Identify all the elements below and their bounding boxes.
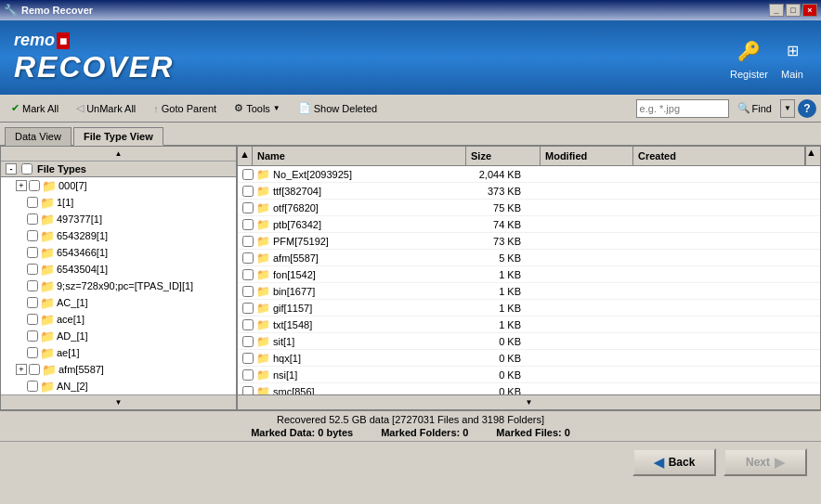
file-scroll-area[interactable]: 📁 No_Ext[2093925] 2,044 KB 📁 ttf[382704]… (238, 166, 820, 394)
tree-expand-root[interactable]: - (6, 163, 17, 174)
tree-item-label: 497377[1] (57, 213, 102, 225)
tab-data-view[interactable]: Data View (5, 127, 72, 146)
folder-icon: 📁 (256, 368, 270, 381)
expand-icon[interactable]: + (16, 364, 27, 375)
scroll-up-col[interactable]: ▲ (238, 147, 253, 165)
tree-item-checkbox[interactable] (27, 330, 38, 342)
file-row-checkbox[interactable] (242, 169, 254, 180)
table-row[interactable]: 📁 afm[5587] 5 KB (238, 250, 820, 266)
tree-item-checkbox[interactable] (27, 297, 38, 308)
file-modified-cell (526, 391, 619, 393)
table-row[interactable]: 📁 ttf[382704] 373 KB (238, 183, 820, 200)
list-item[interactable]: 📁 1[1] (1, 194, 236, 211)
file-row-checkbox[interactable] (242, 202, 254, 213)
table-row[interactable]: 📁 gif[1157] 1 KB (238, 300, 820, 317)
table-row[interactable]: 📁 txt[1548] 1 KB (238, 317, 820, 333)
list-item[interactable]: 📁 ace[1] (1, 311, 236, 328)
file-row-checkbox[interactable] (242, 186, 254, 197)
tree-item-checkbox[interactable] (27, 264, 38, 275)
table-row[interactable]: 📁 fon[1542] 1 KB (238, 266, 820, 283)
file-row-checkbox[interactable] (242, 219, 254, 230)
mark-all-button[interactable]: ✔ Mark All (5, 97, 65, 120)
file-row-checkbox[interactable] (242, 286, 254, 297)
maximize-button[interactable]: □ (786, 4, 801, 17)
file-row-checkbox[interactable] (242, 252, 254, 264)
tree-root-checkbox[interactable] (21, 163, 33, 174)
table-row[interactable]: 📁 nsi[1] 0 KB (238, 367, 820, 383)
list-item[interactable]: 📁 AD_[1] (1, 328, 236, 344)
scroll-up-right[interactable]: ▲ (805, 147, 820, 165)
list-item[interactable]: 📁 AC_[1] (1, 294, 236, 311)
file-row-checkbox[interactable] (242, 369, 254, 381)
list-item[interactable]: 📁 6543289[1] (1, 227, 236, 244)
file-name-label: sit[1] (273, 336, 294, 347)
goto-parent-button[interactable]: ↑ Goto Parent (147, 97, 223, 120)
list-item[interactable]: 📁 497377[1] (1, 211, 236, 227)
file-row-checkbox[interactable] (242, 236, 254, 247)
table-row[interactable]: 📁 No_Ext[2093925] 2,044 KB (238, 166, 820, 183)
tree-item-checkbox[interactable] (27, 314, 38, 325)
search-dropdown-button[interactable]: ▼ (780, 99, 795, 118)
list-item[interactable]: 📁 9;sz=728x90;pc=[TPAS_ID][1] (1, 278, 236, 294)
file-name-cell: 📁 txt[1548] (238, 317, 451, 332)
unmark-all-button[interactable]: ◁ UnMark All (70, 97, 142, 120)
list-item[interactable]: 📁 ae[1] (1, 344, 236, 361)
minimize-button[interactable]: _ (769, 4, 784, 17)
help-button[interactable]: ? (798, 99, 816, 118)
main-button[interactable]: ⊞ Main (777, 36, 807, 80)
tree-item-checkbox[interactable] (27, 347, 38, 358)
tree-scroll-area[interactable]: + 📁 000[7] 📁 1[1] 📁 497377[1] 📁 (1, 177, 236, 394)
next-button[interactable]: Next ▶ (723, 448, 807, 476)
tree-scroll-down[interactable]: ▼ (1, 394, 236, 409)
tree-item-checkbox[interactable] (27, 197, 38, 208)
table-row[interactable]: 📁 otf[76820] 75 KB (238, 200, 820, 216)
file-created-cell (619, 174, 820, 175)
col-header-size[interactable]: Size (466, 147, 541, 165)
register-button[interactable]: 🔑 Register (730, 36, 768, 80)
tools-button[interactable]: ⚙ Tools ▼ (228, 97, 287, 120)
col-header-created[interactable]: Created (633, 147, 805, 165)
show-deleted-button[interactable]: 📄 Show Deleted (292, 97, 384, 120)
marked-data-label: Marked Data: (251, 427, 315, 438)
list-item[interactable]: + 📁 afm[5587] (1, 361, 236, 378)
table-row[interactable]: 📁 PFM[75192] 73 KB (238, 233, 820, 250)
file-name-cell: 📁 sit[1] (238, 334, 451, 349)
tree-scroll-up[interactable]: ▲ (1, 147, 236, 162)
tree-item-checkbox[interactable] (27, 213, 38, 225)
back-label: Back (669, 456, 696, 469)
tree-item-checkbox[interactable] (27, 230, 38, 241)
table-row[interactable]: 📁 ptb[76342] 74 KB (238, 216, 820, 233)
list-item[interactable]: + 📁 000[7] (1, 177, 236, 194)
col-header-modified[interactable]: Modified (541, 147, 633, 165)
file-row-checkbox[interactable] (242, 386, 254, 395)
expand-icon[interactable]: + (16, 180, 27, 191)
tools-dropdown-icon: ▼ (273, 104, 280, 112)
file-row-checkbox[interactable] (242, 336, 254, 347)
tree-item-checkbox[interactable] (29, 364, 40, 375)
search-input[interactable] (636, 99, 729, 118)
file-row-checkbox[interactable] (242, 319, 254, 330)
list-item[interactable]: 📁 6543504[1] (1, 261, 236, 278)
tab-file-type-view[interactable]: File Type View (73, 127, 163, 146)
file-row-checkbox[interactable] (242, 353, 254, 364)
col-header-name[interactable]: Name (253, 147, 466, 165)
logo-red-box: ■ (57, 32, 70, 49)
tree-item-checkbox[interactable] (27, 280, 38, 291)
tree-item-checkbox[interactable] (27, 247, 38, 258)
folder-icon: 📁 (256, 385, 270, 395)
close-button[interactable]: × (802, 4, 817, 17)
table-row[interactable]: 📁 hqx[1] 0 KB (238, 350, 820, 367)
find-button[interactable]: 🔍 Find (732, 98, 777, 119)
tree-item-checkbox[interactable] (27, 381, 38, 392)
folder-icon: 📁 (40, 313, 55, 327)
table-row[interactable]: 📁 smc[856] 0 KB (238, 383, 820, 394)
list-item[interactable]: 📁 6543466[1] (1, 244, 236, 261)
table-row[interactable]: 📁 bin[1677] 1 KB (238, 283, 820, 300)
tree-item-checkbox[interactable] (29, 180, 40, 191)
file-row-checkbox[interactable] (242, 269, 254, 280)
file-scroll-down[interactable]: ▼ (238, 394, 820, 409)
file-row-checkbox[interactable] (242, 303, 254, 314)
table-row[interactable]: 📁 sit[1] 0 KB (238, 333, 820, 350)
back-button[interactable]: ◀ Back (632, 448, 716, 476)
list-item[interactable]: 📁 AN_[2] (1, 378, 236, 394)
